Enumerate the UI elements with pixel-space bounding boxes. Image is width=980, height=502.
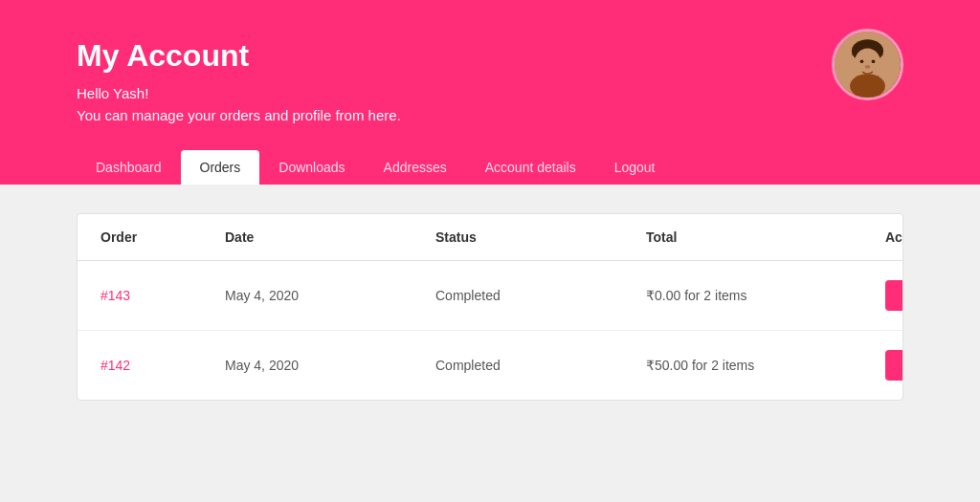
table-row: #143 May 4, 2020 Completed ₹0.00 for 2 i…	[78, 261, 902, 331]
tab-orders[interactable]: Orders	[181, 150, 260, 185]
order-date-1: May 4, 2020	[225, 288, 435, 303]
subtitle-text: You can manage your orders and profile f…	[77, 107, 401, 123]
order-total-1: ₹0.00 for 2 items	[646, 288, 885, 303]
svg-point-4	[860, 59, 864, 63]
nav-tabs: Dashboard Orders Downloads Addresses Acc…	[77, 150, 903, 185]
tab-dashboard[interactable]: Dashboard	[77, 150, 181, 185]
order-number-2: #142	[100, 358, 225, 373]
tab-account-details[interactable]: Account details	[466, 150, 595, 185]
svg-point-5	[872, 59, 876, 63]
col-date: Date	[225, 229, 435, 245]
order-link-2[interactable]: #142	[100, 358, 130, 373]
tab-downloads[interactable]: Downloads	[259, 150, 364, 185]
order-actions-1: View	[885, 280, 903, 311]
col-actions: Actions	[885, 229, 903, 245]
orders-table: Order Date Status Total Actions #143 May…	[77, 213, 903, 401]
view-button-1[interactable]: View	[885, 280, 903, 311]
table-header: Order Date Status Total Actions	[78, 214, 902, 261]
order-link-1[interactable]: #143	[100, 288, 130, 303]
avatar	[832, 29, 903, 100]
page-title: My Account	[77, 38, 903, 74]
col-total: Total	[646, 229, 885, 245]
view-button-2[interactable]: View	[885, 350, 903, 381]
order-total-2: ₹50.00 for 2 items	[646, 358, 885, 373]
order-date-2: May 4, 2020	[225, 358, 435, 373]
avatar-svg	[835, 29, 901, 100]
order-actions-2: View	[885, 350, 903, 381]
tab-logout[interactable]: Logout	[595, 150, 675, 185]
main-content: Order Date Status Total Actions #143 May…	[0, 185, 980, 429]
col-status: Status	[435, 229, 646, 245]
order-status-1: Completed	[435, 288, 646, 303]
order-status-2: Completed	[435, 358, 646, 373]
table-row: #142 May 4, 2020 Completed ₹50.00 for 2 …	[78, 331, 902, 400]
avatar-image	[835, 32, 901, 98]
greeting-text: Hello Yash!	[77, 85, 148, 101]
header-section: My Account Hello Yash! You can manage yo…	[0, 0, 980, 185]
tab-addresses[interactable]: Addresses	[365, 150, 466, 185]
col-order: Order	[100, 229, 225, 245]
order-number-1: #143	[100, 288, 225, 303]
svg-point-6	[865, 65, 871, 69]
svg-point-3	[850, 74, 885, 98]
header-greeting: Hello Yash! You can manage your orders a…	[77, 83, 903, 126]
